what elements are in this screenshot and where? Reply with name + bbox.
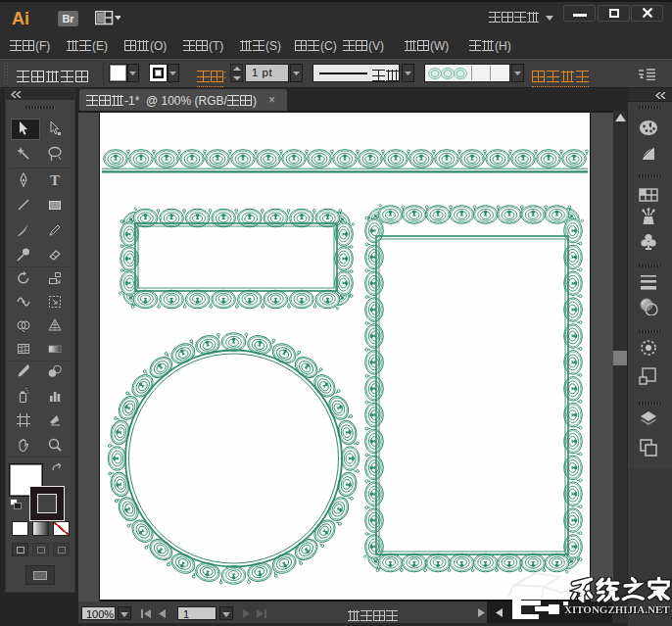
- svg-text:T: T: [50, 172, 60, 188]
